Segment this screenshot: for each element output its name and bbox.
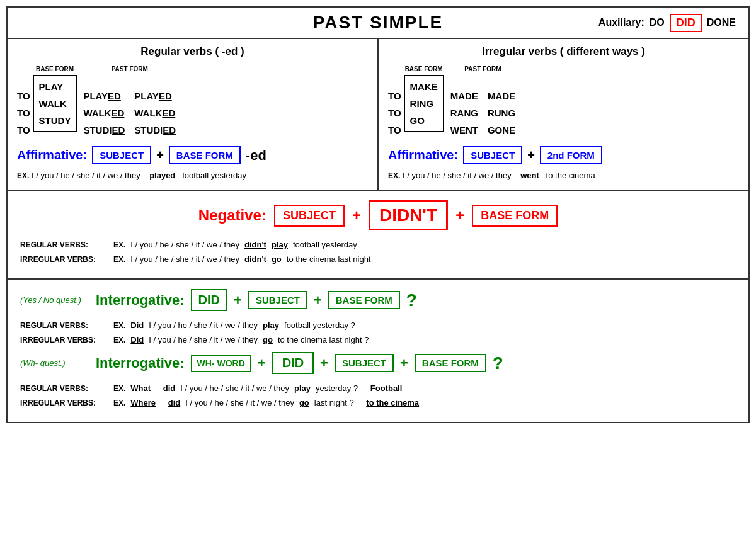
wh-regular-row: REGULAR VERBS: EX. What did I / you / he… bbox=[20, 383, 736, 393]
wh-subject-box: SUBJECT bbox=[335, 354, 394, 372]
irregular-form-box: 2nd FORM bbox=[540, 146, 602, 164]
wh-base-form-box: BASE FORM bbox=[415, 354, 486, 372]
aux-do: DO bbox=[650, 17, 665, 28]
yesno-subject-box: SUBJECT bbox=[248, 291, 307, 309]
wh-type-label: (Wh- quest.) bbox=[20, 358, 89, 368]
irr-to-2: TO bbox=[388, 105, 401, 122]
wh-regular-ex: EX. bbox=[113, 384, 125, 393]
irr-base-3: GO bbox=[410, 112, 438, 129]
regular-past-area: PAST FORM PLAYED WALKED STUDIED PLAYED W… bbox=[83, 65, 176, 139]
neg-irregular-rest: to the cinema last night bbox=[287, 254, 371, 264]
wh-regular-wh: What bbox=[130, 383, 151, 393]
auxiliary-label: Auxiliary: bbox=[598, 17, 644, 28]
irregular-verbs-col: Irregular verbs ( different ways ) TO TO… bbox=[379, 39, 748, 190]
regular-base-form-box: BASE FORM bbox=[169, 146, 241, 164]
aux-done: DONE bbox=[707, 17, 736, 28]
wh-irregular-label: IRREGULAR VERBS: bbox=[20, 399, 108, 407]
irregular-past-area: PAST FORM MADE RANG WENT MADE RUNG GONE bbox=[450, 65, 515, 139]
neg-regular-didnt: didn't bbox=[244, 240, 266, 249]
neg-regular-ex: EX. bbox=[113, 241, 125, 249]
regular-ed-suffix: -ed bbox=[246, 147, 266, 164]
neg-regular-rest: football yesterday bbox=[293, 240, 357, 249]
irregular-ex-verb: went bbox=[520, 171, 539, 180]
wh-regular-subjects: I / you / he / she / it / we / they bbox=[180, 383, 289, 393]
negative-formula-row: Negative: SUBJECT + DIDN'T + BASE FORM bbox=[20, 200, 736, 230]
irr-base-2: RING bbox=[410, 95, 438, 112]
irr-to-1: TO bbox=[388, 88, 401, 105]
wh-irregular-ex: EX. bbox=[113, 399, 125, 407]
irregular-title: Irregular verbs ( different ways ) bbox=[388, 45, 739, 58]
yesno-did-box: DID bbox=[191, 289, 227, 311]
reg-past2-2: WALKED bbox=[134, 105, 176, 122]
regular-to-col: TO TO TO TO bbox=[17, 65, 30, 139]
yesno-examples: REGULAR VERBS: EX. Did I / you / he / sh… bbox=[20, 321, 736, 344]
negative-base-form-box: BASE FORM bbox=[472, 205, 558, 227]
yesno-base-form-box: BASE FORM bbox=[328, 291, 400, 309]
yesno-regular-verb: play bbox=[263, 321, 279, 330]
regular-ex-rest: football yesterday bbox=[182, 171, 246, 180]
irr-past1-3: WENT bbox=[450, 122, 478, 139]
irregular-ex-rest: to the cinema bbox=[546, 171, 595, 180]
auxiliary-section: Auxiliary: DO DID DONE bbox=[598, 14, 736, 32]
irregular-subject-box: SUBJECT bbox=[463, 146, 522, 164]
regular-base-box: PLAY WALK STUDY bbox=[33, 75, 77, 132]
yesno-regular-label: REGULAR VERBS: bbox=[20, 321, 108, 330]
irregular-to-col: TO TO TO TO bbox=[388, 65, 401, 139]
wh-irregular-did: did bbox=[168, 398, 181, 407]
yesno-irregular-did: Did bbox=[130, 335, 144, 344]
neg-irregular-subjects: I / you / he / she / it / we / they bbox=[130, 254, 239, 264]
irr-to-3: TO bbox=[388, 122, 401, 139]
irr-past2-2: RUNG bbox=[488, 105, 515, 122]
yesno-regular-row: REGULAR VERBS: EX. Did I / you / he / sh… bbox=[20, 321, 736, 330]
to-3: TO bbox=[17, 122, 30, 139]
negative-label: Negative: bbox=[198, 207, 266, 224]
regular-ex-label: EX. bbox=[17, 171, 29, 180]
negative-regular-row: REGULAR VERBS: EX. I / you / he / she / … bbox=[20, 240, 736, 249]
reg-base-1: PLAY bbox=[39, 78, 71, 95]
negative-didnt-box: DIDN'T bbox=[369, 200, 448, 230]
wh-did-box: DID bbox=[272, 352, 314, 374]
irregular-affirmative-row: Affirmative: SUBJECT + 2nd FORM bbox=[388, 146, 739, 164]
regular-ex-verb: played bbox=[149, 171, 175, 180]
neg-irregular-ex: EX. bbox=[113, 255, 125, 264]
irregular-past-col2: MADE RUNG GONE bbox=[488, 88, 515, 139]
negative-subject-box: SUBJECT bbox=[274, 205, 345, 227]
wh-regular-verb: play bbox=[294, 383, 311, 393]
wh-irregular-row: IRREGULAR VERBS: EX. Where did I / you /… bbox=[20, 398, 736, 407]
yesno-regular-rest: football yesterday ? bbox=[284, 321, 355, 330]
negative-irregular-row: IRREGULAR VERBS: EX. I / you / he / she … bbox=[20, 254, 736, 264]
to-1: TO bbox=[17, 88, 30, 105]
yesno-regular-subjects: I / you / he / she / it / we / they bbox=[149, 321, 258, 330]
regular-past-forms: PLAYED WALKED STUDIED PLAYED WALKED STUD… bbox=[83, 75, 176, 139]
irregular-base-col: BASE FORM MAKE RING GO bbox=[404, 65, 444, 139]
regular-past-label: PAST FORM bbox=[83, 65, 176, 72]
aux-did: DID bbox=[670, 14, 702, 32]
regular-ex-subjects: I / you / he / she / it / we / they bbox=[32, 171, 140, 180]
irr-past2-1: MADE bbox=[488, 88, 515, 105]
irr-past1-1: MADE bbox=[450, 88, 478, 105]
irr-base-1: MAKE bbox=[410, 78, 438, 95]
neg-regular-verb: play bbox=[272, 240, 288, 249]
yesno-irregular-row: IRREGULAR VERBS: EX. Did I / you / he / … bbox=[20, 335, 736, 344]
yesno-irregular-verb: go bbox=[263, 335, 273, 344]
wh-regular-tail: Football bbox=[370, 383, 403, 393]
wh-irregular-verb: go bbox=[299, 398, 309, 407]
neg-regular-subjects: I / you / he / she / it / we / they bbox=[130, 240, 239, 249]
yesno-formula-row: (Yes / No quest.) Interrogative: DID + S… bbox=[20, 289, 736, 311]
wh-irregular-rest: last night ? bbox=[314, 398, 354, 407]
yesno-irregular-rest: to the cinema last night ? bbox=[278, 335, 369, 344]
reg-past1-3: STUDIED bbox=[83, 122, 125, 139]
irr-past1-2: RANG bbox=[450, 105, 478, 122]
wh-irregular-tail: to the cinema bbox=[366, 398, 419, 407]
yesno-irregular-ex: EX. bbox=[113, 336, 125, 344]
regular-past-col2: PLAYED WALKED STUDIED bbox=[134, 88, 176, 139]
wh-examples: REGULAR VERBS: EX. What did I / you / he… bbox=[20, 383, 736, 407]
wh-formula-row: (Wh- quest.) Interrogative: WH- WORD + D… bbox=[20, 352, 736, 374]
reg-past2-1: PLAYED bbox=[134, 88, 176, 105]
regular-base-col: BASE FORM PLAY WALK STUDY bbox=[33, 65, 77, 139]
reg-base-2: WALK bbox=[39, 95, 71, 112]
negative-examples: REGULAR VERBS: EX. I / you / he / she / … bbox=[20, 240, 736, 264]
regular-subject-box: SUBJECT bbox=[92, 146, 151, 164]
irregular-example: EX. I / you / he / she / it / we / they … bbox=[388, 171, 739, 180]
irregular-verb-table: TO TO TO TO BASE FORM MAKE RING GO PAS bbox=[388, 65, 739, 139]
